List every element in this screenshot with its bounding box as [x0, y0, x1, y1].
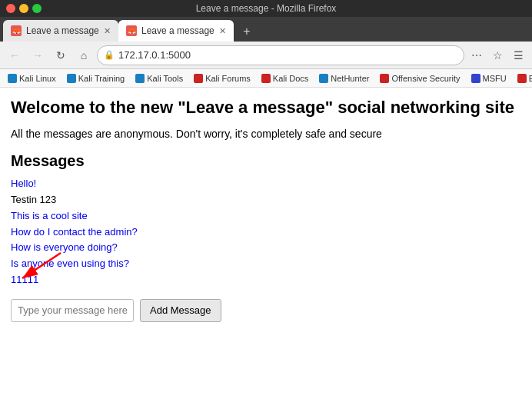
bookmark-label-kali-linux: Kali Linux: [19, 74, 56, 83]
tab-2[interactable]: 🦊 Leave a message ✕: [118, 20, 234, 42]
add-message-button[interactable]: Add Message: [140, 299, 221, 322]
bookmark-label-msfu: MSFU: [483, 74, 507, 83]
bookmark-label-kali-tools: Kali Tools: [147, 74, 183, 83]
page-content: Welcome to the new "Leave a message" soc…: [0, 88, 532, 399]
bookmark-kali-docs[interactable]: Kali Docs: [257, 72, 313, 85]
tab-favicon-2: 🦊: [126, 25, 137, 36]
home-button[interactable]: ⌂: [74, 45, 94, 65]
bookmark-exploit[interactable]: Exploit-: [513, 72, 532, 85]
bookmark-msfu[interactable]: MSFU: [467, 72, 511, 85]
close-button[interactable]: [6, 4, 15, 13]
bookmark-favicon-kali-linux: [8, 74, 17, 83]
message-3: This is a cool site: [11, 208, 521, 224]
page-subtitle: All the messages are anonymous. Don't wo…: [11, 127, 521, 142]
tab-close-2[interactable]: ✕: [219, 26, 226, 36]
tab-label-2: Leave a message: [141, 25, 214, 36]
tab-close-1[interactable]: ✕: [104, 26, 111, 36]
bookmark-favicon-kali-forums: [194, 74, 203, 83]
maximize-button[interactable]: [32, 4, 42, 13]
message-7: 11111: [11, 272, 38, 288]
message-2: Testin 123: [11, 192, 521, 208]
bookmark-label-kali-training: Kali Training: [78, 74, 125, 83]
tab-bar: 🦊 Leave a message ✕ 🦊 Leave a message ✕ …: [0, 17, 532, 42]
address-bar[interactable]: 🔒 172.17.0.1:5000: [97, 45, 464, 65]
message-5: How is everyone doing?: [11, 240, 521, 256]
nav-right-buttons: ⋯ ☆ ☰: [467, 46, 527, 65]
new-tab-button[interactable]: +: [237, 22, 257, 42]
traffic-lights: [6, 4, 42, 13]
bookmark-kali-training[interactable]: Kali Training: [62, 72, 130, 85]
bookmarks-bar: Kali Linux Kali Training Kali Tools Kali…: [0, 69, 532, 88]
extensions-button[interactable]: ⋯: [467, 46, 486, 65]
bookmark-favicon-exploit: [517, 74, 527, 83]
annotated-message-7: 11111: [11, 272, 38, 288]
bookmark-offensive-security[interactable]: Offensive Security: [375, 72, 464, 85]
title-bar: Leave a message - Mozilla Firefox: [0, 0, 532, 17]
bookmark-favicon-kali-training: [67, 74, 76, 83]
reload-button[interactable]: ↻: [51, 45, 71, 65]
bookmark-label-offensive-security: Offensive Security: [391, 74, 460, 83]
bookmark-label-kali-forums: Kali Forums: [205, 74, 251, 83]
bookmark-label-nethunter: NetHunter: [331, 74, 369, 83]
minimize-button[interactable]: [19, 4, 28, 13]
bookmark-nethunter[interactable]: NetHunter: [314, 72, 374, 85]
tab-label-1: Leave a message: [26, 25, 99, 36]
tab-1[interactable]: 🦊 Leave a message ✕: [3, 20, 118, 42]
bookmark-kali-forums[interactable]: Kali Forums: [189, 72, 255, 85]
bookmark-favicon-kali-tools: [135, 74, 145, 83]
message-input-row: Add Message: [11, 299, 521, 322]
message-input[interactable]: [11, 299, 134, 322]
forward-button[interactable]: →: [28, 45, 48, 65]
message-list: Hello! Testin 123 This is a cool site Ho…: [11, 176, 521, 288]
bookmark-label-kali-docs: Kali Docs: [273, 74, 308, 83]
messages-heading: Messages: [11, 152, 521, 170]
bookmark-kali-linux[interactable]: Kali Linux: [3, 72, 61, 85]
bookmark-favicon-kali-docs: [261, 74, 271, 83]
bookmark-kali-tools[interactable]: Kali Tools: [131, 72, 188, 85]
bookmark-star-icon[interactable]: ☆: [488, 46, 507, 65]
message-6: Is anyone even using this?: [11, 256, 521, 272]
page-title: Welcome to the new "Leave a message" soc…: [11, 97, 521, 119]
bookmark-favicon-nethunter: [319, 74, 328, 83]
back-button[interactable]: ←: [5, 45, 25, 65]
bookmark-label-exploit: Exploit-: [529, 74, 532, 83]
bookmark-favicon-msfu: [471, 74, 480, 83]
message-4: How do I contact the admin?: [11, 224, 521, 241]
menu-button[interactable]: ☰: [509, 46, 527, 65]
tab-favicon-1: 🦊: [11, 25, 22, 36]
bookmark-favicon-offensive-security: [380, 74, 389, 83]
address-text: 172.17.0.1:5000: [118, 49, 457, 61]
nav-bar: ← → ↻ ⌂ 🔒 172.17.0.1:5000 ⋯ ☆ ☰: [0, 42, 532, 69]
message-1: Hello!: [11, 176, 521, 192]
lock-icon: 🔒: [104, 50, 115, 60]
window-title: Leave a message - Mozilla Firefox: [196, 3, 337, 14]
